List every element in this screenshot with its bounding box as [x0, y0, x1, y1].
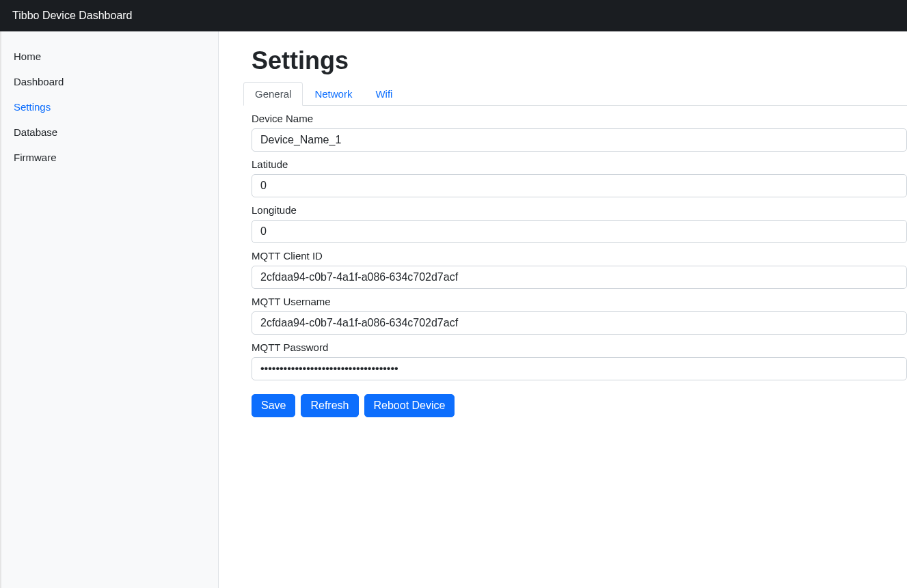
tab-general[interactable]: General: [243, 82, 303, 106]
tab-network[interactable]: Network: [303, 82, 364, 106]
sidebar: Home Dashboard Settings Database Firmwar…: [0, 31, 219, 588]
tab-wifi[interactable]: Wifi: [364, 82, 404, 106]
settings-tabs: General Network Wifi: [243, 82, 907, 106]
app-header: Tibbo Device Dashboard: [0, 0, 907, 31]
sidebar-item-settings[interactable]: Settings: [1, 96, 218, 118]
input-mqtt-client-id[interactable]: [252, 266, 907, 289]
field-mqtt-password: MQTT Password: [252, 341, 907, 380]
label-mqtt-password: MQTT Password: [252, 341, 907, 353]
save-button[interactable]: Save: [252, 394, 295, 417]
label-device-name: Device Name: [252, 113, 907, 124]
label-mqtt-client-id: MQTT Client ID: [252, 250, 907, 262]
refresh-button[interactable]: Refresh: [301, 394, 358, 417]
label-latitude: Latitude: [252, 158, 907, 170]
input-longitude[interactable]: [252, 220, 907, 243]
sidebar-item-dashboard[interactable]: Dashboard: [1, 70, 218, 93]
sidebar-item-firmware[interactable]: Firmware: [1, 146, 218, 169]
sidebar-item-home[interactable]: Home: [1, 45, 218, 68]
input-mqtt-username[interactable]: [252, 311, 907, 335]
button-row: Save Refresh Reboot Device: [252, 394, 907, 417]
app-title: Tibbo Device Dashboard: [12, 10, 133, 22]
sidebar-item-database[interactable]: Database: [1, 121, 218, 143]
label-longitude: Longitude: [252, 204, 907, 216]
field-longitude: Longitude: [252, 204, 907, 243]
field-mqtt-client-id: MQTT Client ID: [252, 250, 907, 289]
input-device-name[interactable]: [252, 128, 907, 152]
input-latitude[interactable]: [252, 174, 907, 197]
field-mqtt-username: MQTT Username: [252, 296, 907, 335]
field-device-name: Device Name: [252, 113, 907, 152]
input-mqtt-password[interactable]: [252, 357, 907, 380]
main-content: Settings General Network Wifi Device Nam…: [219, 31, 907, 588]
label-mqtt-username: MQTT Username: [252, 296, 907, 307]
reboot-device-button[interactable]: Reboot Device: [364, 394, 455, 417]
page-title: Settings: [252, 46, 907, 75]
layout: Home Dashboard Settings Database Firmwar…: [0, 0, 907, 588]
field-latitude: Latitude: [252, 158, 907, 197]
settings-form: Device Name Latitude Longitude MQTT Clie…: [252, 113, 907, 417]
